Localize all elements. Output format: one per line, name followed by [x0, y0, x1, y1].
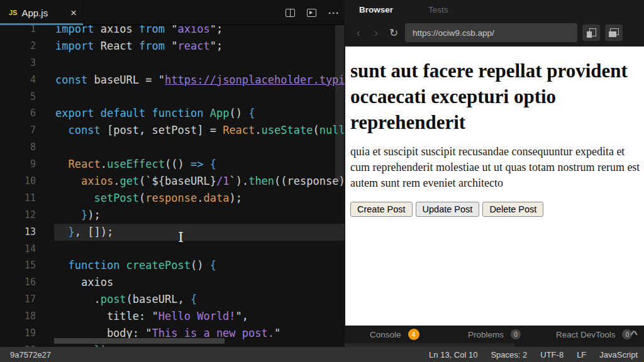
code-line[interactable]: 5 — [0, 89, 345, 106]
copy-url-button[interactable] — [582, 25, 600, 41]
javascript-file-icon: JS — [9, 9, 17, 16]
code-line[interactable]: 7 const [post, setPost] = React.useState… — [0, 122, 345, 139]
console-tab-label: React DevTools — [556, 330, 616, 339]
line-number: 18 — [0, 308, 54, 325]
code-line[interactable]: 17 .post(baseURL, { — [0, 291, 345, 308]
new-window-icon — [609, 28, 619, 37]
code-line[interactable]: 8 — [0, 139, 345, 156]
line-number: 20 — [0, 342, 54, 347]
editor-pane: 1import axios from "axios";2import React… — [0, 0, 345, 347]
code-line[interactable]: 4const baseURL = "https://jsonplaceholde… — [0, 72, 345, 89]
count-badge: 4 — [408, 329, 419, 340]
line-number: 2 — [0, 38, 54, 55]
line-number: 7 — [0, 122, 54, 139]
code-line[interactable]: 3 — [0, 55, 345, 72]
preview-tab-bar: BrowserTests — [345, 0, 644, 19]
line-number: 15 — [0, 257, 54, 274]
code-line[interactable]: 16 axios — [0, 274, 345, 291]
status-item[interactable]: Spaces: 2 — [491, 350, 527, 359]
url-input[interactable] — [405, 23, 577, 42]
more-actions-icon[interactable]: ··· — [328, 8, 340, 18]
chevron-up-icon[interactable]: ^ — [630, 329, 638, 339]
open-new-window-button[interactable] — [605, 25, 623, 41]
browser-nav-bar: ‹ › ↻ — [345, 19, 644, 47]
close-icon[interactable]: × — [70, 8, 77, 18]
console-bar: Console4Problems0React DevTools0 ^ — [345, 326, 644, 347]
count-badge: 0 — [511, 329, 521, 339]
line-number: 10 — [0, 173, 54, 190]
code-line[interactable]: 9 React.useEffect(() => { — [0, 156, 345, 173]
line-number: 8 — [0, 139, 54, 156]
line-number: 14 — [0, 241, 54, 258]
post-actions: Create PostUpdate PostDelete Post — [350, 202, 641, 217]
status-item[interactable]: UTF-8 — [540, 350, 564, 359]
status-item[interactable]: Ln 13, Col 10 — [429, 350, 477, 359]
split-editor-icon[interactable] — [286, 9, 295, 17]
code-line[interactable]: 12 }); — [0, 207, 345, 224]
update-post-button[interactable]: Update Post — [416, 202, 480, 217]
line-number: 5 — [0, 89, 54, 106]
editor-vertical-scrollbar[interactable] — [335, 25, 344, 182]
line-number: 9 — [0, 156, 54, 173]
codesandbox-app: 1import axios from "axios";2import React… — [0, 0, 644, 362]
code-line[interactable]: 11 setPost(response.data); — [0, 190, 345, 207]
console-tab-label: Console — [370, 330, 401, 339]
console-tab-react-devtools[interactable]: React DevTools0 — [544, 329, 644, 339]
line-number: 12 — [0, 207, 54, 224]
console-tab-console[interactable]: Console4 — [345, 329, 445, 340]
code-line[interactable]: 2import React from "react"; — [0, 38, 345, 55]
console-tabs: Console4Problems0React DevTools0 — [345, 326, 644, 343]
post-body: quia et suscipit suscipit recusandae con… — [350, 144, 641, 191]
line-number: 3 — [0, 55, 54, 72]
line-number: 17 — [0, 291, 54, 308]
preview-tab-tests[interactable]: Tests — [428, 5, 448, 14]
status-bar: 9a7572e27 Ln 13, Col 10Spaces: 2UTF-8LFJ… — [0, 347, 644, 362]
editor-actions: ··· — [286, 0, 340, 25]
console-tab-problems[interactable]: Problems0 — [445, 329, 545, 339]
code-line[interactable]: 6export default function App() { — [0, 105, 345, 122]
browser-page: sunt aut facere repellat provident occae… — [345, 47, 644, 326]
line-number: 4 — [0, 72, 54, 89]
line-number: 19 — [0, 325, 54, 342]
copy-icon — [587, 28, 596, 38]
line-number: 16 — [0, 274, 54, 291]
code-line[interactable]: 10 axios.get(`${baseURL}/1`).then((respo… — [0, 173, 345, 190]
active-tab-underline — [0, 23, 83, 25]
delete-post-button[interactable]: Delete Post — [482, 202, 543, 217]
console-tab-label: Problems — [468, 330, 504, 339]
editor-horizontal-scrollbar[interactable] — [54, 338, 225, 344]
status-item[interactable]: LF — [577, 350, 586, 359]
back-icon[interactable]: ‹ — [350, 26, 367, 40]
tab-label: App.js — [21, 8, 70, 18]
post-title: sunt aut facere repellat provident occae… — [350, 58, 641, 135]
text-cursor-ibeam: I — [178, 229, 184, 245]
forward-icon[interactable]: › — [367, 26, 385, 40]
preview-tab-browser[interactable]: Browser — [359, 5, 393, 14]
status-items: Ln 13, Col 10Spaces: 2UTF-8LFJavaScript — [429, 350, 638, 359]
open-preview-icon[interactable] — [307, 9, 316, 17]
line-number: 11 — [0, 190, 54, 207]
preview-panel: BrowserTests ‹ › ↻ sunt aut facere repel… — [345, 0, 644, 347]
code-line[interactable]: 14 — [0, 241, 345, 258]
code-editor[interactable]: 1import axios from "axios";2import React… — [0, 21, 345, 347]
status-item[interactable]: JavaScript — [599, 350, 638, 359]
tab-appjs[interactable]: JS App.js × — [0, 0, 84, 25]
code-line[interactable]: 18 title: "Hello World!", — [0, 308, 345, 325]
code-line[interactable]: 13 }, []); — [0, 224, 345, 241]
editor-tab-bar: JS App.js × ··· — [0, 0, 345, 25]
line-number: 6 — [0, 105, 54, 122]
refresh-icon[interactable]: ↻ — [385, 26, 402, 40]
commit-hash: 9a7572e27 — [10, 350, 51, 359]
code-line[interactable]: 15 function createPost() { — [0, 257, 345, 274]
create-post-button[interactable]: Create Post — [350, 202, 413, 217]
line-number: 13 — [0, 224, 54, 241]
